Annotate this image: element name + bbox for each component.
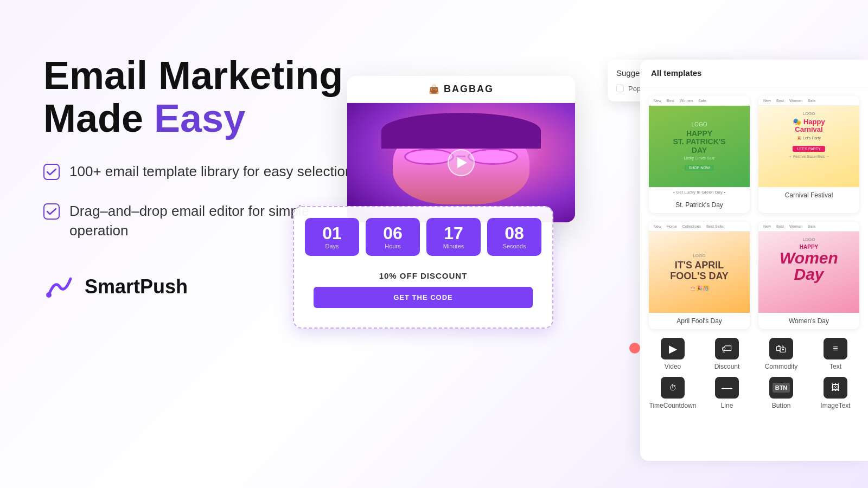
imagetext-icon: 🖼 [831,383,840,393]
line-icon-box: — [715,377,739,399]
button-icon-box: BTN [769,377,793,399]
st-patrick-label: St. Patrick's Day [649,197,750,213]
check-icon-2 [43,203,60,220]
button-label: Button [772,402,791,409]
video-icon: ▶ [669,342,677,355]
bottom-icons-grid: ▶ Video 🏷 Discount 🛍 Commodity [649,338,859,409]
template-card-st-patrick[interactable]: New Best Women Sale LOGO HAPPYST. PATRIC… [649,96,750,213]
st-patrick-image: LOGO HAPPYST. PATRICK'SDAY Lucky Clover … [649,106,750,187]
icon-item-video[interactable]: ▶ Video [649,338,697,370]
text-icon: ≡ [833,344,838,354]
seconds-value: 08 [505,224,524,242]
commodity-icon: 🛍 [776,343,787,355]
templates-title: All templates [651,68,701,78]
video-icon-box: ▶ [661,338,685,359]
days-label: Days [325,243,339,249]
headline: Email Marketing Made Easy [43,54,358,140]
seconds-label: Seconds [503,243,526,249]
headline-highlight: Easy [154,97,245,140]
templates-header: All templates [640,60,868,87]
headline-line1: Email Marketing [43,54,343,97]
brand-name: BAGBAG [444,84,494,95]
icon-item-timecountdown[interactable]: ⏱ TimeCountdown [649,377,697,409]
carnival-label: Carnival Festival [758,187,859,203]
check-icon-1 [43,164,60,180]
svg-point-2 [46,292,52,298]
smartpush-logo-icon [43,273,76,300]
template-card-carnival[interactable]: New Best Women Sale LOGO 🎭 HappyCarnival… [758,96,859,213]
days-value: 01 [322,224,342,242]
april-nav: New Home Collections Best Seller [649,222,750,232]
discount-title: 10% OFF DISCOUNT [314,271,533,280]
commodity-icon-box: 🛍 [769,338,793,359]
icon-item-discount[interactable]: 🏷 Discount [703,338,751,370]
st-patrick-nav: New Best Women Sale [649,96,750,106]
feature-text-1: 100+ email template library for easy sel… [69,162,353,181]
hours-box: 06 Hours [366,218,420,256]
line-icon: — [722,382,732,394]
minutes-label: Minutes [443,243,464,249]
popular-themes-checkbox[interactable] [616,85,624,92]
connection-dot [629,343,640,354]
logo-text: SmartPush [85,275,188,298]
button-icon: BTN [773,383,790,393]
video-label: Video [665,363,681,370]
minutes-box: 17 Minutes [426,218,481,256]
april-image: LOGO IT'S APRILFOOL'S DAY 🎂🎉🎊 [649,232,750,313]
countdown-boxes: 01 Days 06 Hours 17 Minutes 08 Seconds [305,218,541,256]
discount-icon: 🏷 [722,343,732,355]
text-icon-box: ≡ [824,338,847,359]
get-code-button[interactable]: GET THE CODE [314,287,533,308]
women-image: LOGO HAPPY WomenDay [758,232,859,313]
discount-section: 10% OFF DISCOUNT GET THE CODE [305,262,541,317]
hours-label: Hours [385,243,400,249]
days-box: 01 Days [305,218,359,256]
discount-label: Discount [714,363,740,370]
line-label: Line [721,402,733,409]
minutes-value: 17 [444,224,463,242]
icon-item-commodity[interactable]: 🛍 Commodity [757,338,805,370]
countdown-section: 01 Days 06 Hours 17 Minutes 08 Seconds 1… [293,206,553,329]
icon-item-text[interactable]: ≡ Text [812,338,859,370]
svg-rect-0 [44,164,59,179]
icon-item-line[interactable]: — Line [703,377,751,409]
womens-nav: New Best Women Sale [758,222,859,232]
email-hero-image [347,103,575,222]
email-preview-card: 👜 BAGBAG ▲ ▼ [347,76,575,222]
bag-icon: 👜 [429,84,439,94]
email-header: 👜 BAGBAG [347,76,575,103]
womens-label: Women's Day [758,313,859,329]
hours-value: 06 [383,224,403,242]
imagetext-label: ImageText [820,402,850,409]
seconds-box: 08 Seconds [487,218,541,256]
play-icon [457,157,467,168]
timecountdown-icon: ⏱ [669,383,676,392]
svg-rect-1 [44,204,59,219]
commodity-label: Commodity [765,363,798,370]
timecountdown-icon-box: ⏱ [661,377,685,399]
play-button[interactable] [448,149,475,176]
carnival-image: LOGO 🎭 HappyCarnival 🎉 Let's Party LET'S… [758,106,859,187]
template-card-womens-day[interactable]: New Best Women Sale LOGO HAPPY WomenDay … [758,222,859,329]
text-label: Text [829,363,841,370]
timecountdown-label: TimeCountdown [649,402,697,409]
template-card-april-fools[interactable]: New Home Collections Best Seller LOGO IT… [649,222,750,329]
imagetext-icon-box: 🖼 [824,377,847,399]
icon-item-button[interactable]: BTN Button [757,377,805,409]
feature-item-1: 100+ email template library for easy sel… [43,162,358,181]
april-label: April Fool's Day [649,313,750,329]
icon-item-imagetext[interactable]: 🖼 ImageText [812,377,859,409]
template-grid: New Best Women Sale LOGO HAPPYST. PATRIC… [640,87,868,338]
carnival-nav: New Best Women Sale [758,96,859,106]
templates-panel: All templates New Best Women Sale LOGO H… [640,60,868,461]
discount-icon-box: 🏷 [715,338,739,359]
right-section: Suggestion ▾ Popular themes 60 All templ… [326,0,868,488]
headline-line2-normal: Made [43,97,154,140]
